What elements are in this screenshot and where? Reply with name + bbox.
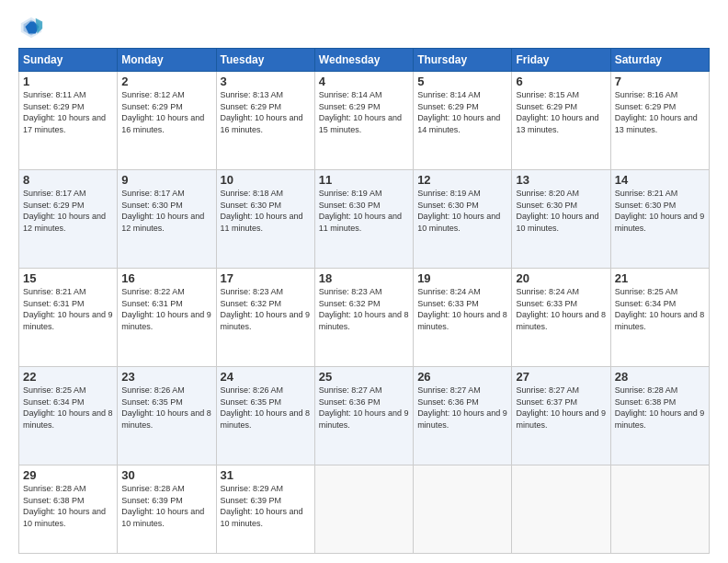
calendar-cell: 13Sunrise: 8:20 AMSunset: 6:30 PMDayligh…: [512, 170, 610, 269]
calendar-cell: 3Sunrise: 8:13 AMSunset: 6:29 PMDaylight…: [216, 72, 314, 170]
day-info: Sunrise: 8:28 AMSunset: 6:38 PMDaylight:…: [23, 483, 113, 529]
day-info: Sunrise: 8:27 AMSunset: 6:36 PMDaylight:…: [417, 385, 507, 431]
calendar-cell: 27Sunrise: 8:27 AMSunset: 6:37 PMDayligh…: [512, 367, 610, 465]
week-row-2: 8Sunrise: 8:17 AMSunset: 6:29 PMDaylight…: [19, 170, 710, 269]
day-number: 25: [319, 370, 409, 384]
day-info: Sunrise: 8:14 AMSunset: 6:29 PMDaylight:…: [417, 89, 507, 135]
calendar-cell: 18Sunrise: 8:23 AMSunset: 6:32 PMDayligh…: [314, 269, 413, 367]
calendar-cell: 20Sunrise: 8:24 AMSunset: 6:33 PMDayligh…: [512, 269, 610, 367]
day-number: 13: [516, 173, 606, 187]
weekday-header-sunday: Sunday: [19, 49, 118, 72]
day-info: Sunrise: 8:29 AMSunset: 6:39 PMDaylight:…: [221, 483, 311, 529]
day-info: Sunrise: 8:11 AMSunset: 6:29 PMDaylight:…: [23, 89, 113, 135]
week-row-4: 22Sunrise: 8:25 AMSunset: 6:34 PMDayligh…: [19, 367, 710, 465]
week-row-5: 29Sunrise: 8:28 AMSunset: 6:38 PMDayligh…: [19, 465, 710, 554]
day-number: 7: [615, 75, 705, 88]
calendar-cell: 29Sunrise: 8:28 AMSunset: 6:38 PMDayligh…: [19, 465, 118, 554]
calendar-cell: 11Sunrise: 8:19 AMSunset: 6:30 PMDayligh…: [314, 170, 413, 269]
day-info: Sunrise: 8:19 AMSunset: 6:30 PMDaylight:…: [319, 188, 409, 234]
week-row-3: 15Sunrise: 8:21 AMSunset: 6:31 PMDayligh…: [19, 269, 710, 367]
calendar-cell: 1Sunrise: 8:11 AMSunset: 6:29 PMDaylight…: [19, 72, 118, 170]
day-number: 31: [221, 468, 311, 482]
calendar-cell: [414, 465, 512, 554]
calendar-cell: 14Sunrise: 8:21 AMSunset: 6:30 PMDayligh…: [610, 170, 709, 269]
calendar-cell: [610, 465, 709, 554]
day-info: Sunrise: 8:18 AMSunset: 6:30 PMDaylight:…: [221, 188, 311, 234]
weekday-header-row: SundayMondayTuesdayWednesdayThursdayFrid…: [19, 49, 710, 72]
day-number: 10: [221, 173, 311, 187]
day-info: Sunrise: 8:26 AMSunset: 6:35 PMDaylight:…: [221, 385, 311, 431]
day-info: Sunrise: 8:24 AMSunset: 6:33 PMDaylight:…: [417, 286, 507, 332]
day-number: 4: [319, 75, 409, 88]
day-info: Sunrise: 8:23 AMSunset: 6:32 PMDaylight:…: [221, 286, 311, 332]
calendar-cell: 15Sunrise: 8:21 AMSunset: 6:31 PMDayligh…: [19, 269, 118, 367]
day-info: Sunrise: 8:13 AMSunset: 6:29 PMDaylight:…: [221, 89, 311, 135]
day-info: Sunrise: 8:28 AMSunset: 6:39 PMDaylight:…: [121, 483, 211, 529]
day-info: Sunrise: 8:12 AMSunset: 6:29 PMDaylight:…: [121, 89, 211, 135]
day-number: 23: [121, 370, 211, 384]
weekday-header-saturday: Saturday: [610, 49, 709, 72]
day-number: 20: [516, 271, 606, 285]
day-info: Sunrise: 8:15 AMSunset: 6:29 PMDaylight:…: [516, 89, 606, 135]
day-number: 6: [516, 75, 606, 88]
weekday-header-friday: Friday: [512, 49, 610, 72]
day-number: 29: [23, 468, 113, 482]
calendar-cell: 5Sunrise: 8:14 AMSunset: 6:29 PMDaylight…: [414, 72, 512, 170]
day-number: 9: [121, 173, 211, 187]
calendar-cell: 12Sunrise: 8:19 AMSunset: 6:30 PMDayligh…: [414, 170, 512, 269]
day-number: 5: [417, 75, 507, 88]
day-info: Sunrise: 8:22 AMSunset: 6:31 PMDaylight:…: [121, 286, 211, 332]
day-info: Sunrise: 8:14 AMSunset: 6:29 PMDaylight:…: [319, 89, 409, 135]
calendar-cell: 30Sunrise: 8:28 AMSunset: 6:39 PMDayligh…: [118, 465, 216, 554]
day-info: Sunrise: 8:25 AMSunset: 6:34 PMDaylight:…: [23, 385, 113, 431]
weekday-header-monday: Monday: [118, 49, 216, 72]
day-number: 2: [121, 75, 211, 88]
header: [18, 15, 710, 40]
weekday-header-thursday: Thursday: [414, 49, 512, 72]
calendar-cell: 16Sunrise: 8:22 AMSunset: 6:31 PMDayligh…: [118, 269, 216, 367]
day-number: 8: [23, 173, 113, 187]
calendar-cell: [512, 465, 610, 554]
day-number: 26: [417, 370, 507, 384]
calendar-cell: 24Sunrise: 8:26 AMSunset: 6:35 PMDayligh…: [216, 367, 314, 465]
day-number: 11: [319, 173, 409, 187]
day-number: 17: [221, 271, 311, 285]
logo-icon: [18, 15, 44, 40]
day-number: 18: [319, 271, 409, 285]
day-number: 3: [221, 75, 311, 88]
logo: [18, 15, 48, 40]
calendar-cell: 31Sunrise: 8:29 AMSunset: 6:39 PMDayligh…: [216, 465, 314, 554]
day-number: 14: [615, 173, 705, 187]
day-info: Sunrise: 8:26 AMSunset: 6:35 PMDaylight:…: [121, 385, 211, 431]
day-info: Sunrise: 8:17 AMSunset: 6:29 PMDaylight:…: [23, 188, 113, 234]
day-info: Sunrise: 8:27 AMSunset: 6:37 PMDaylight:…: [516, 385, 606, 431]
calendar-cell: 21Sunrise: 8:25 AMSunset: 6:34 PMDayligh…: [610, 269, 709, 367]
day-info: Sunrise: 8:23 AMSunset: 6:32 PMDaylight:…: [319, 286, 409, 332]
day-number: 24: [221, 370, 311, 384]
calendar-cell: 10Sunrise: 8:18 AMSunset: 6:30 PMDayligh…: [216, 170, 314, 269]
calendar-cell: 26Sunrise: 8:27 AMSunset: 6:36 PMDayligh…: [414, 367, 512, 465]
day-number: 12: [417, 173, 507, 187]
calendar-cell: 28Sunrise: 8:28 AMSunset: 6:38 PMDayligh…: [610, 367, 709, 465]
day-info: Sunrise: 8:17 AMSunset: 6:30 PMDaylight:…: [121, 188, 211, 234]
calendar-cell: 2Sunrise: 8:12 AMSunset: 6:29 PMDaylight…: [118, 72, 216, 170]
calendar-table: SundayMondayTuesdayWednesdayThursdayFrid…: [18, 48, 710, 554]
calendar-cell: 17Sunrise: 8:23 AMSunset: 6:32 PMDayligh…: [216, 269, 314, 367]
day-number: 22: [23, 370, 113, 384]
day-number: 27: [516, 370, 606, 384]
calendar-cell: 4Sunrise: 8:14 AMSunset: 6:29 PMDaylight…: [314, 72, 413, 170]
calendar-cell: 25Sunrise: 8:27 AMSunset: 6:36 PMDayligh…: [314, 367, 413, 465]
day-info: Sunrise: 8:28 AMSunset: 6:38 PMDaylight:…: [615, 385, 705, 431]
calendar-cell: 23Sunrise: 8:26 AMSunset: 6:35 PMDayligh…: [118, 367, 216, 465]
weekday-header-tuesday: Tuesday: [216, 49, 314, 72]
calendar-cell: 19Sunrise: 8:24 AMSunset: 6:33 PMDayligh…: [414, 269, 512, 367]
day-info: Sunrise: 8:16 AMSunset: 6:29 PMDaylight:…: [615, 89, 705, 135]
day-info: Sunrise: 8:19 AMSunset: 6:30 PMDaylight:…: [417, 188, 507, 234]
day-info: Sunrise: 8:25 AMSunset: 6:34 PMDaylight:…: [615, 286, 705, 332]
day-info: Sunrise: 8:21 AMSunset: 6:31 PMDaylight:…: [23, 286, 113, 332]
day-number: 28: [615, 370, 705, 384]
day-info: Sunrise: 8:20 AMSunset: 6:30 PMDaylight:…: [516, 188, 606, 234]
calendar-cell: 8Sunrise: 8:17 AMSunset: 6:29 PMDaylight…: [19, 170, 118, 269]
page: SundayMondayTuesdayWednesdayThursdayFrid…: [0, 0, 728, 563]
calendar-cell: 9Sunrise: 8:17 AMSunset: 6:30 PMDaylight…: [118, 170, 216, 269]
